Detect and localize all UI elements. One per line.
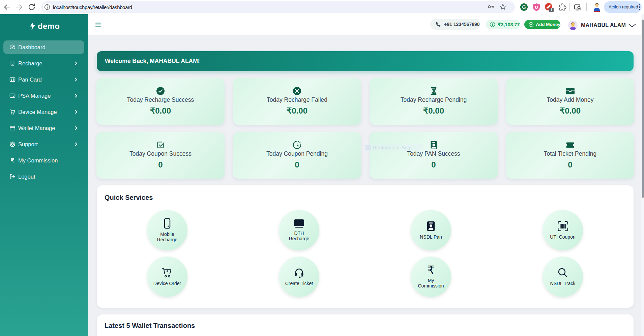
- svg-text:G: G: [522, 4, 526, 10]
- svg-text:$: $: [492, 23, 493, 26]
- svg-text:U: U: [535, 5, 538, 10]
- svg-text:1: 1: [551, 8, 553, 12]
- svg-text:₹: ₹: [11, 157, 14, 163]
